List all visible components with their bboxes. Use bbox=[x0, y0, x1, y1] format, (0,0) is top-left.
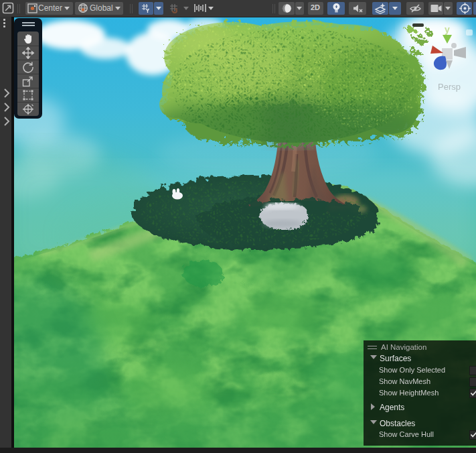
svg-text:y: y bbox=[445, 24, 450, 35]
svg-text:Persp: Persp bbox=[438, 82, 461, 92]
